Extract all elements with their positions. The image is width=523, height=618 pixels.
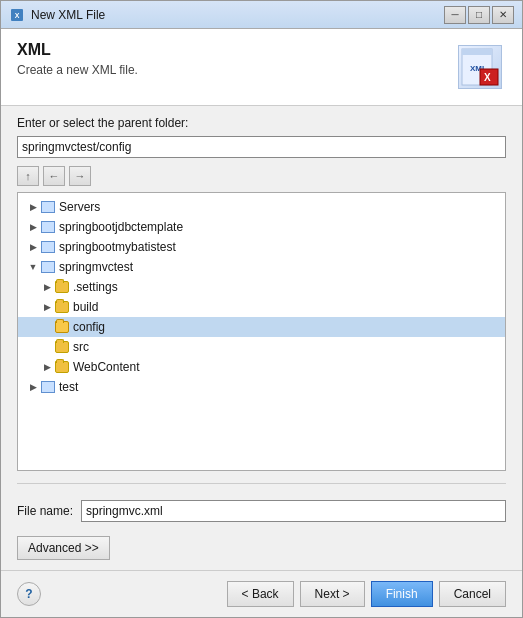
tree-item-config[interactable]: ▶ config <box>18 317 505 337</box>
tree-label-webcontent: WebContent <box>73 360 140 374</box>
tree-label-test: test <box>59 380 78 394</box>
tree-toggle-test[interactable]: ▶ <box>26 380 40 394</box>
header-text: XML Create a new XML file. <box>17 41 138 77</box>
tree-toggle-springbootjdbctemplate[interactable]: ▶ <box>26 220 40 234</box>
tree-label-servers: Servers <box>59 200 100 214</box>
folder-tree[interactable]: ▶ Servers ▶ springbootjdbctemplate ▶ <box>17 192 506 471</box>
minimize-button[interactable]: ─ <box>444 6 466 24</box>
tree-label-springbootmybatistest: springbootmybatistest <box>59 240 176 254</box>
file-name-row: File name: <box>17 500 506 522</box>
tree-toggle-settings[interactable]: ▶ <box>40 280 54 294</box>
header-subtitle: Create a new XML file. <box>17 63 138 77</box>
title-bar-controls: ─ □ ✕ <box>444 6 514 24</box>
folder-icon-settings <box>54 280 70 294</box>
svg-text:X: X <box>15 12 20 19</box>
title-bar-icon: X <box>9 7 25 23</box>
xml-file-icon: XML X <box>458 45 502 89</box>
file-name-label: File name: <box>17 504 73 518</box>
tree-item-webcontent[interactable]: ▶ WebContent <box>18 357 505 377</box>
header-icon-area: XML X <box>454 41 506 93</box>
footer: ? < Back Next > Finish Cancel <box>1 570 522 617</box>
tree-item-src[interactable]: ▶ src <box>18 337 505 357</box>
tree-item-settings[interactable]: ▶ .settings <box>18 277 505 297</box>
folder-icon-webcontent <box>54 360 70 374</box>
tree-label-springmvctest: springmvctest <box>59 260 133 274</box>
package-icon-springbootjdbctemplate <box>40 220 56 234</box>
tree-item-test[interactable]: ▶ test <box>18 377 505 397</box>
maximize-button[interactable]: □ <box>468 6 490 24</box>
tree-toggle-springbootmybatistest[interactable]: ▶ <box>26 240 40 254</box>
body-section: Enter or select the parent folder: ↑ ← →… <box>1 106 522 570</box>
divider <box>17 483 506 484</box>
tree-label-springbootjdbctemplate: springbootjdbctemplate <box>59 220 183 234</box>
file-name-input[interactable] <box>81 500 506 522</box>
svg-rect-3 <box>462 49 492 55</box>
next-button[interactable]: Next > <box>300 581 365 607</box>
tree-toggle-springmvctest[interactable]: ▼ <box>26 260 40 274</box>
package-icon-test <box>40 380 56 394</box>
tree-label-config: config <box>73 320 105 334</box>
footer-left: ? <box>17 582 221 606</box>
tree-toggle-servers[interactable]: ▶ <box>26 200 40 214</box>
tree-label-build: build <box>73 300 98 314</box>
header-title: XML <box>17 41 138 59</box>
help-button[interactable]: ? <box>17 582 41 606</box>
cancel-button[interactable]: Cancel <box>439 581 506 607</box>
package-icon-servers <box>40 200 56 214</box>
tree-item-build[interactable]: ▶ build <box>18 297 505 317</box>
svg-text:X: X <box>484 72 491 83</box>
tree-item-springbootmybatistest[interactable]: ▶ springbootmybatistest <box>18 237 505 257</box>
tree-label-settings: .settings <box>73 280 118 294</box>
title-bar: X New XML File ─ □ ✕ <box>1 1 522 29</box>
tree-toggle-webcontent[interactable]: ▶ <box>40 360 54 374</box>
finish-button[interactable]: Finish <box>371 581 433 607</box>
advanced-button[interactable]: Advanced >> <box>17 536 110 560</box>
tree-item-springmvctest[interactable]: ▼ springmvctest <box>18 257 505 277</box>
folder-icon-config <box>54 320 70 334</box>
tree-item-servers[interactable]: ▶ Servers <box>18 197 505 217</box>
navigate-back-button[interactable]: ← <box>43 166 65 186</box>
navigate-up-button[interactable]: ↑ <box>17 166 39 186</box>
folder-icon-src <box>54 340 70 354</box>
package-icon-springmvctest <box>40 260 56 274</box>
tree-label-src: src <box>73 340 89 354</box>
tree-toolbar: ↑ ← → <box>17 166 506 186</box>
close-button[interactable]: ✕ <box>492 6 514 24</box>
dialog-window: X New XML File ─ □ ✕ XML Create a new XM… <box>0 0 523 618</box>
folder-path-input[interactable] <box>17 136 506 158</box>
back-button[interactable]: < Back <box>227 581 294 607</box>
tree-item-springbootjdbctemplate[interactable]: ▶ springbootjdbctemplate <box>18 217 505 237</box>
folder-icon-build <box>54 300 70 314</box>
tree-toggle-build[interactable]: ▶ <box>40 300 54 314</box>
package-icon-springbootmybatistest <box>40 240 56 254</box>
header-section: XML Create a new XML file. XML X <box>1 29 522 106</box>
navigate-forward-button[interactable]: → <box>69 166 91 186</box>
window-title: New XML File <box>31 8 444 22</box>
folder-label: Enter or select the parent folder: <box>17 116 506 130</box>
